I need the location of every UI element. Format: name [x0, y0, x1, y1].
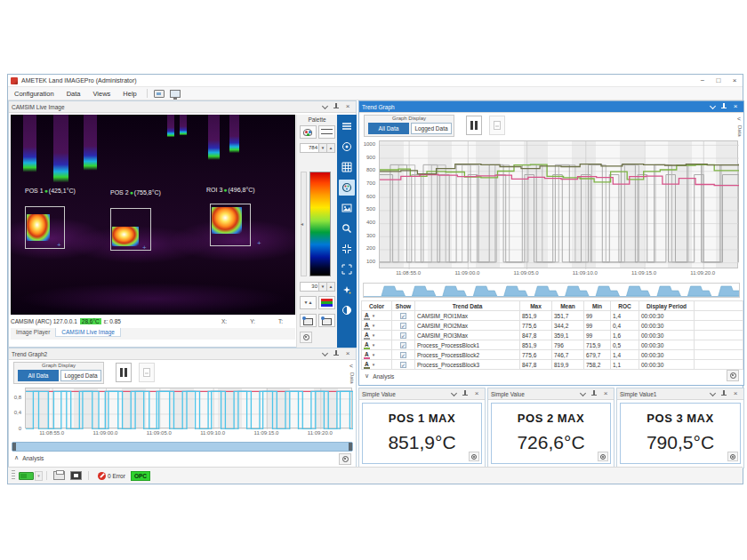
panel-close-icon[interactable]: ×: [732, 390, 739, 397]
expand-icon[interactable]: [339, 261, 355, 277]
color-picker[interactable]: A: [364, 312, 370, 320]
dropdown-arrow-icon[interactable]: ▾: [373, 323, 375, 328]
color-picker[interactable]: A: [364, 332, 370, 340]
snapshot-icon[interactable]: [70, 471, 82, 480]
dropdown-arrow-icon[interactable]: ▾: [373, 342, 375, 348]
panel-pin-icon[interactable]: [720, 390, 727, 397]
dropdown-arrow-icon[interactable]: ▾: [373, 362, 375, 367]
panel-pin-icon[interactable]: [333, 350, 340, 357]
panel-collapse-icon[interactable]: [579, 390, 586, 397]
scale-min-spinner[interactable]: 30 ▼▲: [300, 282, 335, 292]
color-picker[interactable]: A: [364, 351, 370, 359]
image-icon[interactable]: [339, 200, 355, 216]
overview-strip[interactable]: [363, 283, 740, 298]
trend-graph2-chart[interactable]: 0,80,40 11:08:55.011:09:00.011:09:05.011…: [11, 388, 354, 439]
minimize-button[interactable]: −: [695, 75, 711, 86]
scale-max-spinner[interactable]: 784 ▼▲: [300, 143, 335, 153]
collapse-arrow-icon[interactable]: <: [737, 116, 741, 122]
table-row[interactable]: A▾✓Process_ProcessBlock2775,6746,7679,71…: [362, 350, 743, 360]
show-checkbox[interactable]: ✓: [400, 332, 406, 339]
spin-down-icon[interactable]: ▼: [319, 143, 327, 153]
menu-views[interactable]: Views: [86, 87, 116, 100]
panel-collapse-icon[interactable]: [321, 103, 328, 110]
panel-pin-icon[interactable]: [462, 390, 469, 397]
color-mode-button[interactable]: [318, 296, 335, 309]
simple-value-1-settings[interactable]: [469, 452, 479, 461]
spin-down-icon[interactable]: ▼: [319, 282, 327, 292]
dropdown-arrow-icon[interactable]: ▾: [373, 352, 375, 357]
graph2-settings-button[interactable]: [339, 453, 351, 465]
export-button[interactable]: [489, 116, 505, 135]
connection-icon[interactable]: [154, 90, 165, 98]
spin-up-icon[interactable]: ▲: [327, 143, 335, 153]
grid-icon[interactable]: [339, 159, 355, 175]
printer-icon[interactable]: [53, 471, 65, 480]
show-checkbox[interactable]: ✓: [400, 323, 406, 329]
palette-tool-icon[interactable]: [339, 180, 355, 196]
panel-close-icon[interactable]: ×: [344, 350, 351, 357]
color-picker[interactable]: A: [364, 341, 370, 349]
analysis-row[interactable]: ∧ Analysis: [9, 454, 44, 461]
table-row[interactable]: A▾✓Process_ProcessBlock1851,9796715,90,5…: [362, 340, 743, 350]
zoom-icon[interactable]: [339, 220, 355, 236]
panel-close-icon[interactable]: ×: [602, 390, 609, 397]
trend-graph-chart[interactable]: 1000900800700600500400300200100 11:08:55…: [361, 140, 743, 283]
simple-value-2-settings[interactable]: [598, 452, 608, 461]
palette-settings-button[interactable]: [300, 332, 312, 343]
panel-close-icon[interactable]: ×: [344, 103, 351, 110]
palette-slider[interactable]: [301, 172, 307, 276]
logged-data-button[interactable]: Logged Data: [60, 370, 101, 381]
record-button[interactable]: [318, 314, 335, 327]
show-checkbox[interactable]: ✓: [400, 362, 406, 368]
show-checkbox[interactable]: ✓: [400, 313, 406, 319]
export-button[interactable]: [139, 363, 155, 382]
all-data-button[interactable]: All Data: [368, 123, 409, 134]
table-row[interactable]: A▾✓CAMSIM_ROI3Max847,8359,1991,600:00:30: [362, 331, 743, 340]
table-row[interactable]: A▾✓Process_ProcessBlock3847,8819,9758,21…: [362, 360, 743, 370]
palette-list-button[interactable]: [318, 125, 335, 139]
spin-up-icon[interactable]: ▲: [327, 282, 335, 292]
panel-collapse-icon[interactable]: [450, 390, 457, 397]
drag-handle[interactable]: [12, 470, 15, 481]
menu-configuration[interactable]: Configuration: [8, 87, 60, 100]
show-checkbox[interactable]: ✓: [400, 342, 406, 348]
pause-button[interactable]: [466, 116, 482, 135]
table-row[interactable]: A▾✓CAMSIM_ROI1Max851,9351,7991,400:00:30: [362, 311, 743, 321]
graph-settings-button[interactable]: [727, 370, 739, 381]
recording-indicator-icon[interactable]: [19, 472, 34, 480]
menu-icon[interactable]: [339, 118, 355, 134]
dropdown-arrow-icon[interactable]: ▼: [35, 471, 43, 481]
menu-data[interactable]: Data: [60, 87, 87, 100]
display-icon[interactable]: [170, 90, 181, 98]
panel-collapse-icon[interactable]: [321, 350, 328, 357]
tab-image-player[interactable]: Image Player: [11, 328, 55, 336]
maximize-button[interactable]: □: [711, 75, 727, 86]
palette-select-button[interactable]: [300, 125, 317, 139]
thermal-image[interactable]: POS 1●(425,1°C) POS 2●(755,8°C) ROI 3●(4…: [11, 115, 295, 315]
pause-button[interactable]: [116, 363, 132, 382]
data-side-tab[interactable]: Data: [737, 125, 743, 137]
analysis-row[interactable]: ∨ Analysis: [359, 372, 394, 380]
autoscale-button[interactable]: ▼▲: [300, 296, 317, 309]
panel-collapse-icon[interactable]: [709, 103, 716, 110]
snapshot-button[interactable]: [300, 314, 317, 327]
tab-camsim-live-image[interactable]: CAMSIM Live Image: [55, 328, 121, 337]
logged-data-button[interactable]: Logged Data: [411, 123, 452, 134]
panel-collapse-icon[interactable]: [709, 390, 716, 397]
shrink-icon[interactable]: [339, 241, 355, 257]
opc-status-badge[interactable]: OPC: [131, 471, 150, 481]
show-checkbox[interactable]: ✓: [400, 352, 406, 358]
scale-max-value[interactable]: 784: [300, 143, 319, 153]
all-data-button[interactable]: All Data: [18, 370, 59, 381]
color-picker[interactable]: A: [364, 361, 370, 369]
contrast-icon[interactable]: [339, 302, 355, 318]
panel-close-icon[interactable]: ×: [473, 390, 480, 397]
dropdown-arrow-icon[interactable]: ▾: [373, 313, 375, 318]
error-count[interactable]: 0 Error: [108, 473, 125, 479]
color-picker[interactable]: A: [364, 322, 370, 330]
menu-help[interactable]: Help: [116, 87, 142, 100]
panel-close-icon[interactable]: ×: [732, 103, 739, 110]
target-icon[interactable]: [339, 139, 355, 155]
panel-pin-icon[interactable]: [333, 103, 340, 110]
collapse-arrow-icon[interactable]: <: [349, 363, 353, 369]
